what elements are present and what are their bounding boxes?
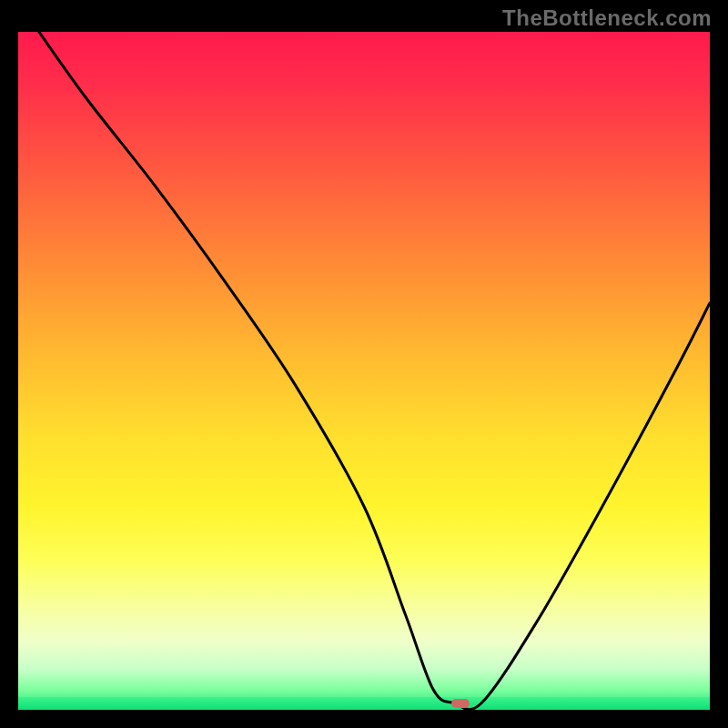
chart-frame: TheBottleneck.com <box>0 0 728 728</box>
optimum-marker <box>451 699 470 708</box>
bottleneck-curve <box>18 32 710 710</box>
watermark-text: TheBottleneck.com <box>502 5 712 31</box>
plot-area <box>18 32 710 710</box>
